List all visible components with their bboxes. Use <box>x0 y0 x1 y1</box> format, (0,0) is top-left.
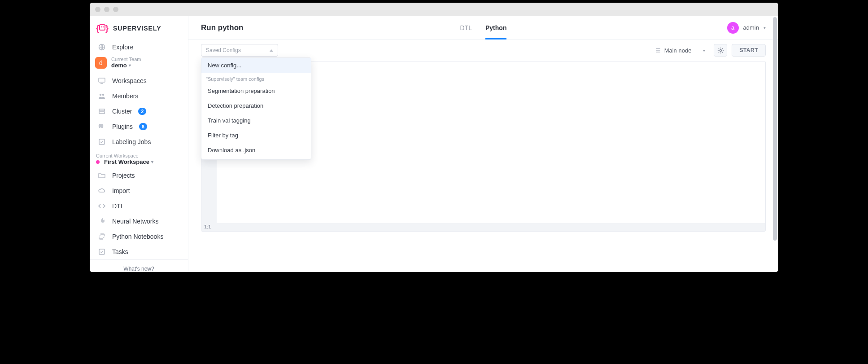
sidebar-item-workspaces[interactable]: Workspaces <box>90 73 188 88</box>
dropdown-item[interactable]: Filter by tag <box>201 128 311 143</box>
sidebar-item-members[interactable]: Members <box>90 88 188 104</box>
puzzle-icon <box>98 123 106 131</box>
user-menu[interactable]: a admin ▾ <box>709 22 766 34</box>
scrollbar-thumb[interactable] <box>773 17 777 241</box>
window-close-dot[interactable] <box>95 7 100 12</box>
check-square-icon <box>98 248 106 256</box>
sidebar-label: Labeling Jobs <box>112 138 151 145</box>
chevron-down-icon: ▾ <box>763 25 766 30</box>
sidebar-label: Import <box>112 187 130 194</box>
saved-configs-dropdown: New config... "Supervisely" team configs… <box>201 57 311 160</box>
sidebar-label: Plugins <box>112 123 133 130</box>
svg-point-13 <box>720 49 721 51</box>
chevron-down-icon: ▾ <box>703 48 705 53</box>
fire-icon <box>98 217 106 225</box>
select-placeholder: Saved Configs <box>206 47 241 53</box>
workspace-label: Current Workspace <box>96 153 182 158</box>
svg-rect-6 <box>99 78 105 82</box>
window-zoom-dot[interactable] <box>113 7 118 12</box>
svg-point-2 <box>101 26 102 28</box>
svg-text:}: } <box>105 24 109 33</box>
mac-titlebar <box>90 3 778 16</box>
gear-icon <box>717 47 724 54</box>
sidebar-item-python-notebooks[interactable]: Python Notebooks <box>90 229 188 244</box>
tab-python[interactable]: Python <box>485 16 506 39</box>
brand-icon: {} <box>96 23 109 33</box>
brand-logo[interactable]: {} SUPERVISELY <box>90 16 188 39</box>
node-select[interactable]: Main node ▾ <box>650 45 710 56</box>
brand-text: SUPERVISELY <box>113 25 161 32</box>
sidebar-item-plugins[interactable]: Plugins 6 <box>90 119 188 134</box>
dropdown-item[interactable]: Train val tagging <box>201 113 311 128</box>
svg-rect-10 <box>99 112 105 114</box>
team-switcher[interactable]: d Current Team demo▾ <box>90 55 188 73</box>
python-icon <box>98 232 106 241</box>
sidebar-item-dtl[interactable]: DTL <box>90 198 188 214</box>
svg-text:{: { <box>96 24 99 33</box>
vertical-scrollbar[interactable] <box>772 17 777 271</box>
window-minimize-dot[interactable] <box>104 7 109 12</box>
editor-status-bar: 1:1 <box>201 223 765 231</box>
sidebar-label: Explore <box>112 44 133 51</box>
saved-configs-input: Saved Configs <box>201 44 278 57</box>
monitor-icon <box>98 77 106 85</box>
svg-rect-1 <box>100 25 105 30</box>
team-value: demo▾ <box>111 62 141 69</box>
dropdown-group-header: "Supervisely" team configs <box>201 73 311 83</box>
sidebar-label: Projects <box>112 172 135 179</box>
sidebar-item-neural-networks[interactable]: Neural Networks <box>90 214 188 229</box>
whats-new-link[interactable]: What's new? <box>90 264 188 272</box>
caret-up-icon <box>270 49 273 52</box>
top-bar: Run python DTL Python a admin ▾ <box>188 16 778 39</box>
sidebar-label: Tasks <box>112 248 128 255</box>
svg-point-3 <box>103 26 104 28</box>
user-avatar: a <box>727 22 739 34</box>
cluster-icon <box>98 107 106 115</box>
sidebar-item-cluster[interactable]: Cluster 2 <box>90 104 188 119</box>
sidebar-footer: What's new? Documentation <box>90 259 188 272</box>
sidebar-label: Workspaces <box>112 77 147 84</box>
tabs: DTL Python <box>460 16 507 39</box>
page-title: Run python <box>201 23 243 32</box>
cloud-upload-icon <box>98 187 106 195</box>
svg-rect-9 <box>99 109 105 111</box>
sidebar-label: DTL <box>112 202 124 210</box>
dropdown-item[interactable]: Segmentation preparation <box>201 83 311 98</box>
sidebar-item-explore[interactable]: Explore <box>90 39 188 55</box>
start-button[interactable]: START <box>732 44 766 57</box>
count-badge: 2 <box>138 108 146 115</box>
workspace-switcher[interactable]: Current Workspace First Workspace ▾ <box>90 149 188 168</box>
dropdown-item[interactable]: Download as .json <box>201 143 311 158</box>
workspace-dot-icon <box>96 160 100 164</box>
dropdown-item-new-config[interactable]: New config... <box>201 58 311 73</box>
main-content: Run python DTL Python a admin ▾ Saved Co… <box>188 16 778 272</box>
toolbar: Saved Configs New config... "Supervisely… <box>188 39 778 61</box>
svg-point-7 <box>100 94 101 96</box>
sidebar-label: Python Notebooks <box>112 233 163 240</box>
dropdown-item[interactable]: Detection preparation <box>201 98 311 113</box>
list-icon <box>654 48 661 53</box>
check-square-icon <box>98 138 106 146</box>
folder-icon <box>98 171 106 180</box>
sidebar-item-projects[interactable]: Projects <box>90 168 188 183</box>
sidebar-label: Members <box>112 92 138 100</box>
node-label: Main node <box>664 47 692 54</box>
sidebar-item-tasks[interactable]: Tasks <box>90 244 188 259</box>
chevron-down-icon: ▾ <box>151 159 153 164</box>
users-icon <box>98 92 106 100</box>
chevron-down-icon: ▾ <box>129 63 131 68</box>
sidebar-item-import[interactable]: Import <box>90 183 188 198</box>
sidebar: {} SUPERVISELY Explore d Current Team de… <box>90 16 188 272</box>
tab-dtl[interactable]: DTL <box>460 16 472 39</box>
workspace-value: First Workspace ▾ <box>96 158 182 165</box>
team-label: Current Team <box>111 57 141 62</box>
browser-window: {} SUPERVISELY Explore d Current Team de… <box>90 3 778 272</box>
globe-icon <box>98 43 106 51</box>
sidebar-item-labeling-jobs[interactable]: Labeling Jobs <box>90 134 188 149</box>
settings-button[interactable] <box>714 44 727 57</box>
user-name: admin <box>743 24 759 31</box>
svg-point-8 <box>102 94 104 96</box>
sidebar-label: Cluster <box>112 108 132 115</box>
count-badge: 6 <box>139 123 147 130</box>
saved-configs-select[interactable]: Saved Configs New config... "Supervisely… <box>201 44 278 57</box>
